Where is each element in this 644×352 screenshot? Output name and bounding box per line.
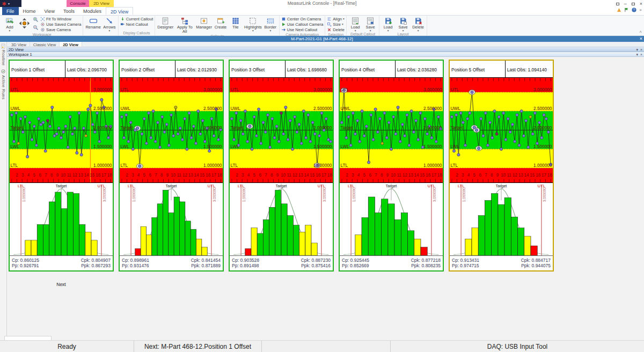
- ribbon-button-save[interactable]: Save▾: [396, 16, 410, 32]
- ribbon-button-zoom-in[interactable]: [32, 16, 39, 24]
- ribbon-button-zoom-out[interactable]: [32, 24, 39, 32]
- ribbon-button-create[interactable]: Create: [214, 16, 228, 30]
- ribbon-button-nav-cross[interactable]: [18, 16, 31, 31]
- ribbon-button-save[interactable]: Save▾: [363, 16, 377, 32]
- ribbon-button-fit-to-window[interactable]: Fit To Window: [40, 16, 81, 21]
- ribbon-button-add[interactable]: Add▾: [3, 16, 17, 32]
- ribbon-tab-tools[interactable]: Tools: [59, 7, 79, 15]
- contextual-tab-header-console[interactable]: Console: [67, 0, 89, 7]
- ribbon-button-use-next-callout[interactable]: Use Next Callout: [281, 27, 324, 32]
- svg-text:7: 7: [45, 173, 47, 178]
- svg-text:UWL: UWL: [341, 106, 351, 111]
- sidebar-tab-active-runs[interactable]: Active Runs: [1, 69, 6, 100]
- nav-cross-icon: [18, 17, 31, 30]
- ribbon-button-load[interactable]: Load▾: [381, 16, 395, 32]
- restore-icon[interactable]: [632, 1, 635, 6]
- svg-text:16: 16: [96, 173, 100, 178]
- svg-text:18: 18: [107, 173, 112, 178]
- document-bar[interactable]: M-Part-2021-G1 [M-Part 468-12] ×: [0, 36, 644, 42]
- ribbon-tab-view[interactable]: View: [40, 7, 59, 15]
- close-ribbon-icon[interactable]: ×: [639, 8, 642, 12]
- ribbon-button-manager[interactable]: Manager: [195, 16, 213, 30]
- dropdown-arrow-icon: ▾: [252, 30, 254, 32]
- ribbon-label-use-saved-camera: Use Saved Camera: [46, 22, 81, 27]
- callout-panel-position-5-offset[interactable]: Position 5 Offset Last Obs: 1.094140 234…: [449, 60, 554, 272]
- view-panel-header[interactable]: 2D View ▾×: [7, 47, 644, 52]
- ribbon-button-save-camera[interactable]: Save Camera: [40, 27, 81, 32]
- panel-header: Position 5 Offset Last Obs: 1.094140: [450, 61, 553, 78]
- ribbon-button-apply-to-all[interactable]: Apply To All: [175, 16, 194, 34]
- help-icon[interactable]: ?: [632, 8, 636, 12]
- svg-text:UWL: UWL: [11, 106, 21, 111]
- ribbon-button-next-callout[interactable]: Next Callout: [120, 21, 153, 27]
- svg-text:2: 2: [16, 173, 18, 178]
- characteristic-name: Position 2 Offset: [120, 61, 175, 77]
- ribbon-button-size[interactable]: Size▾: [327, 21, 345, 27]
- svg-text:5: 5: [473, 173, 476, 178]
- ribbon-tab-2d-view[interactable]: 2D View: [106, 7, 133, 15]
- ppk-value: Ppk: 0.808235: [411, 263, 441, 268]
- svg-text:6: 6: [479, 173, 481, 178]
- close-workspace-icon[interactable]: ×: [640, 52, 642, 57]
- capability-stats: Cp: 0.860125 Cpk: 0.804907 Pp: 0.926791 …: [10, 256, 113, 270]
- designer-icon: [161, 17, 170, 25]
- ribbon-button-arrows[interactable]: Arrows▾: [103, 16, 116, 32]
- collapse-ribbon-icon[interactable]: ˄: [639, 30, 642, 34]
- ribbon-tab-home[interactable]: Home: [19, 7, 40, 15]
- minimize-icon[interactable]: –: [624, 1, 627, 6]
- ribbon-button-center-on-camera[interactable]: Center On Camera: [281, 16, 324, 21]
- ribbon-button-border[interactable]: Border▾: [264, 16, 277, 32]
- close-panel-icon[interactable]: ×: [640, 47, 642, 52]
- svg-text:5: 5: [33, 173, 36, 178]
- pin-icon[interactable]: ▾: [636, 52, 638, 57]
- cp-value: Cp: 0.925445: [342, 258, 369, 263]
- ribbon-button-tile[interactable]: Tile: [229, 16, 243, 30]
- pin-icon[interactable]: ▾: [636, 47, 638, 52]
- svg-text:7: 7: [375, 173, 377, 178]
- svg-text:10: 10: [171, 173, 175, 178]
- callout-panel-position-2-offset[interactable]: Position 2 Offset Last Obs: 2.012930 234…: [119, 60, 224, 272]
- ribbon-button-highlights[interactable]: Highlights▾: [244, 16, 262, 32]
- ribbon-button-delete[interactable]: Delete▾: [411, 16, 425, 32]
- svg-text:9: 9: [56, 173, 59, 178]
- ribbon-button-load[interactable]: Load▾: [348, 16, 362, 32]
- utl-value: 3.000000: [323, 187, 326, 202]
- svg-text:12: 12: [72, 173, 77, 178]
- ribbon-tab-modules[interactable]: Modules: [79, 7, 106, 15]
- ribbon-button-delete[interactable]: Delete: [327, 27, 345, 32]
- document-close-icon[interactable]: ×: [640, 36, 642, 42]
- ltl-value: 1.000000: [242, 187, 246, 202]
- callout-panel-position-1-offset[interactable]: Position 1 Offset Last Obs: 2.096700 234…: [9, 60, 114, 272]
- ribbon-button-use-callout-camera[interactable]: Use Callout Camera: [281, 21, 324, 27]
- contextual-tab-header-2dview[interactable]: 2D View: [89, 0, 114, 7]
- view-tab-3d-view[interactable]: 3D View: [8, 42, 30, 47]
- workspace-header[interactable]: Workspace 1 ▾×: [7, 52, 644, 57]
- svg-text:7: 7: [265, 173, 267, 178]
- flag-icon[interactable]: [624, 8, 629, 12]
- pp-value: Pp: 0.852669: [342, 263, 369, 268]
- image-add-icon: [5, 17, 14, 25]
- notification-icon[interactable]: [617, 8, 621, 12]
- create-icon: [216, 17, 225, 25]
- ppk-value: Ppk: 0.867293: [81, 263, 111, 268]
- ribbon-button-rename[interactable]: Rename: [85, 16, 101, 30]
- ribbon-button-current-callout[interactable]: Current Callout: [120, 16, 153, 21]
- callout-panel-position-3-offset[interactable]: Position 3 Offset Last Obs: 1.698680 234…: [229, 60, 334, 272]
- disk-save-icon: [399, 17, 407, 25]
- ribbon-tab-file[interactable]: File: [2, 7, 19, 15]
- cp-value: Cp: 0.860125: [12, 258, 39, 263]
- dock-sidebar: RoutineActive Runs: [0, 42, 7, 340]
- apply-all-icon: [180, 17, 189, 25]
- close-icon[interactable]: ×: [640, 1, 642, 6]
- callout-panel-position-4-offset[interactable]: Position 4 Offset Last Obs: 2.036280 234…: [339, 60, 444, 272]
- view-tab-2d-view[interactable]: 2D View: [60, 42, 82, 47]
- ribbon-label-save-camera: Save Camera: [46, 27, 71, 32]
- ribbon-button-align[interactable]: Align▾: [327, 16, 345, 21]
- view-tab-classic-view[interactable]: Classic View: [30, 42, 60, 47]
- svg-text:18: 18: [437, 173, 442, 178]
- sidebar-tab-routine[interactable]: Routine: [1, 43, 6, 65]
- ribbon-options-icon[interactable]: [616, 1, 619, 6]
- run-chart-area: 23456789101112131415161718UTL3.000000UWL…: [230, 78, 333, 183]
- ribbon-button-use-saved-camera[interactable]: Use Saved Camera: [40, 21, 81, 27]
- ribbon-button-designer[interactable]: Designer: [157, 16, 174, 30]
